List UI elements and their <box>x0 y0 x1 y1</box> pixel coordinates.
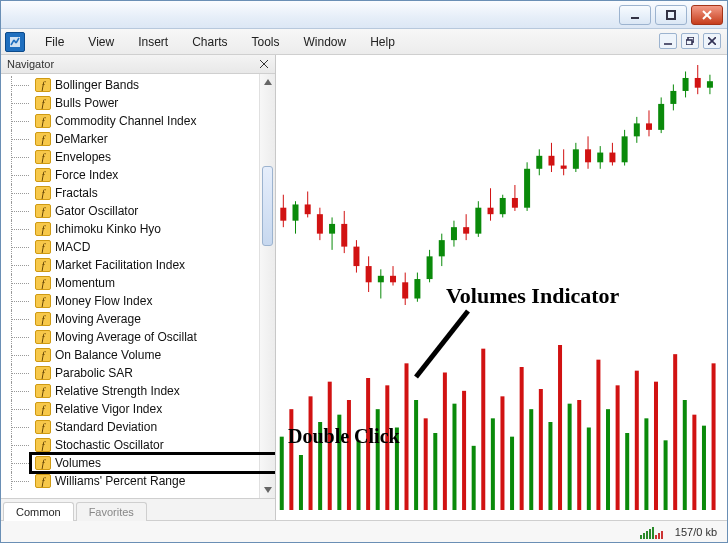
annotation-double-click: Double Click <box>288 425 400 448</box>
navigator-tree[interactable]: fBollinger BandsfBulls PowerfCommodity C… <box>1 74 275 498</box>
title-bar <box>1 1 727 29</box>
mdi-close-button[interactable] <box>703 33 721 49</box>
svg-rect-34 <box>378 276 384 282</box>
svg-rect-116 <box>539 389 543 510</box>
svg-rect-129 <box>664 440 668 510</box>
svg-rect-128 <box>654 382 658 510</box>
indicator-label: Bulls Power <box>55 96 118 110</box>
indicator-item[interactable]: fGator Oscillator <box>1 202 275 220</box>
indicator-label: Gator Oscillator <box>55 204 138 218</box>
app-icon <box>5 32 25 52</box>
mdi-minimize-button[interactable] <box>659 33 677 49</box>
svg-rect-123 <box>606 409 610 510</box>
svg-rect-96 <box>347 400 351 510</box>
svg-rect-105 <box>433 433 437 510</box>
svg-rect-108 <box>462 391 466 510</box>
menu-charts[interactable]: Charts <box>180 31 239 53</box>
svg-rect-40 <box>414 279 420 298</box>
body-area: Navigator fBollinger BandsfBulls PowerfC… <box>1 55 727 520</box>
svg-rect-134 <box>712 363 716 510</box>
indicator-item[interactable]: fBulls Power <box>1 94 275 112</box>
app-window: File View Insert Charts Tools Window Hel… <box>0 0 728 543</box>
svg-rect-38 <box>402 282 408 298</box>
window-minimize-button[interactable] <box>619 5 651 25</box>
function-icon: f <box>35 150 51 164</box>
svg-rect-48 <box>463 227 469 233</box>
tab-common[interactable]: Common <box>3 502 74 521</box>
svg-rect-115 <box>529 409 533 510</box>
indicator-item[interactable]: fCommodity Channel Index <box>1 112 275 130</box>
indicator-label: Moving Average <box>55 312 141 326</box>
menu-file[interactable]: File <box>33 31 76 53</box>
indicator-label: Standard Deviation <box>55 420 157 434</box>
svg-rect-113 <box>510 437 514 510</box>
svg-rect-52 <box>488 208 494 214</box>
indicator-item[interactable]: fMoving Average <box>1 310 275 328</box>
svg-rect-122 <box>596 360 600 510</box>
indicator-item[interactable]: fOn Balance Volume <box>1 346 275 364</box>
indicator-item[interactable]: fMoving Average of Oscillat <box>1 328 275 346</box>
indicator-item[interactable]: fEnvelopes <box>1 148 275 166</box>
indicator-item[interactable]: fStochastic Oscillator <box>1 436 275 454</box>
svg-rect-64 <box>561 166 567 169</box>
function-icon: f <box>35 240 51 254</box>
function-icon: f <box>35 96 51 110</box>
svg-rect-88 <box>707 81 713 87</box>
menu-view[interactable]: View <box>76 31 126 53</box>
indicator-item[interactable]: fRelative Vigor Index <box>1 400 275 418</box>
indicator-label: Force Index <box>55 168 118 182</box>
function-icon: f <box>35 258 51 272</box>
mdi-controls <box>659 33 721 49</box>
svg-rect-106 <box>443 373 447 511</box>
svg-rect-56 <box>512 198 518 208</box>
indicator-item[interactable]: fForce Index <box>1 166 275 184</box>
indicator-item[interactable]: fMACD <box>1 238 275 256</box>
indicator-label: Stochastic Oscillator <box>55 438 164 452</box>
svg-rect-126 <box>635 371 639 510</box>
indicator-item[interactable]: fParabolic SAR <box>1 364 275 382</box>
navigator-title: Navigator <box>7 58 54 70</box>
indicator-label: Moving Average of Oscillat <box>55 330 197 344</box>
svg-rect-32 <box>366 266 372 282</box>
indicator-item[interactable]: fIchimoku Kinko Hyo <box>1 220 275 238</box>
indicator-item[interactable]: fDeMarker <box>1 130 275 148</box>
window-maximize-button[interactable] <box>655 5 687 25</box>
function-icon: f <box>35 474 51 488</box>
chart-area[interactable]: Volumes Indicator Double Click <box>276 55 727 520</box>
navigator-close-button[interactable] <box>257 57 271 71</box>
menu-tools[interactable]: Tools <box>240 31 292 53</box>
svg-rect-20 <box>293 204 299 220</box>
menu-insert[interactable]: Insert <box>126 31 180 53</box>
svg-rect-42 <box>427 256 433 279</box>
svg-rect-68 <box>585 149 591 162</box>
status-bar: 157/0 kb <box>1 520 727 542</box>
indicator-item[interactable]: fBollinger Bands <box>1 76 275 94</box>
indicator-item[interactable]: fFractals <box>1 184 275 202</box>
connection-icon <box>640 525 663 539</box>
indicator-item[interactable]: fMomentum <box>1 274 275 292</box>
svg-rect-18 <box>280 208 286 221</box>
function-icon: f <box>35 78 51 92</box>
navigator-tabs: Common Favorites <box>1 498 275 520</box>
function-icon: f <box>35 438 51 452</box>
indicator-item[interactable]: fMarket Facilitation Index <box>1 256 275 274</box>
svg-rect-78 <box>646 123 652 129</box>
tab-favorites[interactable]: Favorites <box>76 502 147 521</box>
indicator-item[interactable]: fRelative Strength Index <box>1 382 275 400</box>
svg-rect-92 <box>309 396 313 510</box>
svg-rect-58 <box>524 169 530 208</box>
function-icon: f <box>35 168 51 182</box>
function-icon: f <box>35 330 51 344</box>
mdi-restore-button[interactable] <box>681 33 699 49</box>
indicator-label: Envelopes <box>55 150 111 164</box>
svg-rect-44 <box>439 240 445 256</box>
indicator-item[interactable]: fWilliams' Percent Range <box>1 472 275 490</box>
function-icon: f <box>35 222 51 236</box>
indicator-item[interactable]: fStandard Deviation <box>1 418 275 436</box>
window-close-button[interactable] <box>691 5 723 25</box>
menu-help[interactable]: Help <box>358 31 407 53</box>
function-icon: f <box>35 294 51 308</box>
indicator-item[interactable]: fMoney Flow Index <box>1 292 275 310</box>
menu-window[interactable]: Window <box>292 31 359 53</box>
indicator-item[interactable]: fVolumes <box>1 454 275 472</box>
